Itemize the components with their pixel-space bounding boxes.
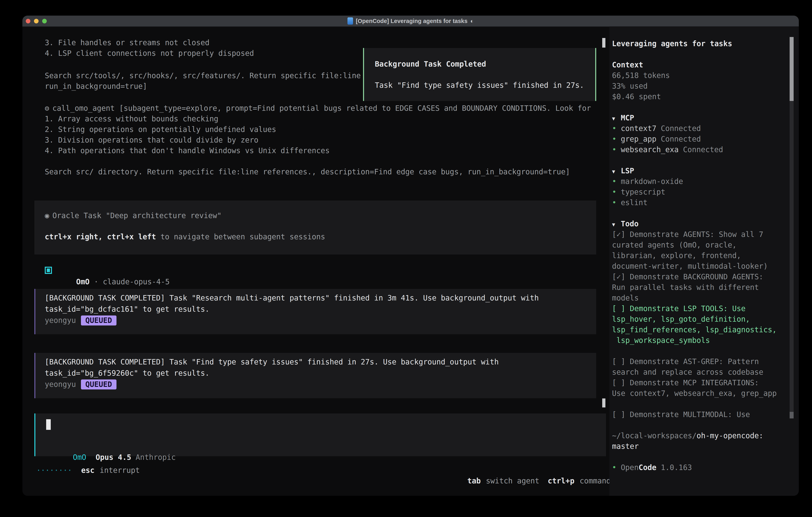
input-agent: OmO <box>73 453 86 462</box>
task-message-line: task_id="bg_dcfac161" to get results. <box>45 304 596 315</box>
chat-line: run_in_background=true] <box>45 81 361 91</box>
todo-line-active: lsp_hover, lsp_goto_definition, <box>612 314 792 324</box>
todo-line: search and replace across codebase <box>612 367 792 377</box>
minimize-button[interactable] <box>34 19 38 23</box>
workspace-path: ~/local-workspaces/oh-my-opencode: <box>612 430 792 441</box>
window-titlebar: [OpenCode] Leveraging agents for tasks ◐ <box>22 16 799 27</box>
agent-separator: · <box>89 277 103 286</box>
task-message-meta: yeongyuQUEUED <box>45 379 596 390</box>
tool-call-footer: Search src/ directory. Return specific f… <box>45 166 570 177</box>
bullet-icon: • <box>612 176 621 187</box>
oracle-task-hint: ctrl+x right, ctrl+x left to navigate be… <box>45 232 596 242</box>
context-spent: $0.46 spent <box>612 91 792 102</box>
todo-line: librarian, explore, frontend, <box>612 250 792 261</box>
tool-call-block: ⚙call_omo_agent [subagent_type=explore, … <box>45 103 591 156</box>
sidebar-section-lsp[interactable]: ▼LSP <box>612 166 792 176</box>
task-message-meta: yeongyuQUEUED <box>45 315 596 326</box>
background-task-notification: Background Task Completed Task "Find typ… <box>363 48 596 101</box>
terminal-window: [OpenCode] Leveraging agents for tasks ◐… <box>22 16 799 496</box>
bullet-icon: • <box>612 144 621 155</box>
sidebar-section-todo[interactable]: ▼Todo <box>612 219 792 229</box>
sidebar-section-mcp[interactable]: ▼MCP <box>612 113 792 123</box>
agent-model: claude-opus-4-5 <box>103 277 170 286</box>
context-tokens: 66,518 tokens <box>612 70 792 81</box>
input-provider: Anthropic <box>136 453 176 462</box>
statusbar-right: tabswitch agentctrl+pcommands <box>450 465 615 475</box>
chat-scrollbar-thumb[interactable] <box>602 399 605 407</box>
session-title: Leveraging agents for tasks <box>612 38 792 49</box>
statusbar-left: ········ esc interrupt <box>36 465 140 475</box>
todo-line: [ ] Demonstrate MCP INTEGRATIONS: <box>612 377 792 388</box>
status-badge: QUEUED <box>81 316 116 325</box>
todo-line-active: lsp_find_references, lsp_diagnostics, <box>612 324 792 335</box>
todo-line: Run parallel tasks with different <box>612 282 792 293</box>
task-message-line: task_id="bg_6f59260c" to get results. <box>45 368 596 379</box>
chat-line: 4. LSP client connections not properly d… <box>45 48 254 59</box>
tool-call-item: 1. Array access without bounds checking <box>45 113 591 124</box>
oracle-task-title: ◉Oracle Task "Deep architecture review" <box>45 210 596 221</box>
window-title-group: [OpenCode] Leveraging agents for tasks ◐ <box>347 18 474 25</box>
chat-scrollback-block-1: 3. File handles or streams not closed 4.… <box>45 37 254 59</box>
tool-call-item: 4. Path operations that don't handle Win… <box>45 145 591 156</box>
chevron-down-icon: ▼ <box>612 113 621 124</box>
fullscreen-button[interactable] <box>42 19 47 23</box>
notification-title: Background Task Completed <box>375 59 595 70</box>
proxy-icon: ◐ <box>470 18 474 24</box>
lsp-item: •eslint <box>612 197 792 208</box>
todo-line: [ ] Demonstrate AST-GREP: Pattern <box>612 356 792 367</box>
sidebar-scrollbar[interactable] <box>790 37 793 418</box>
agent-header: OmO · claude-opus-4-5 <box>58 266 170 276</box>
oracle-icon: ◉ <box>45 211 49 220</box>
task-message-line: [BACKGROUND TASK COMPLETED] Task "Resear… <box>45 293 596 304</box>
agent-name: OmO <box>76 277 89 286</box>
bullet-icon: • <box>612 462 621 473</box>
prompt-input[interactable]: OmOOpus 4.5Anthropic <box>34 413 606 456</box>
todo-line-active: [ ] Demonstrate LSP TOOLS: Use <box>612 303 792 314</box>
bullet-icon: • <box>612 134 621 144</box>
context-used: 33% used <box>612 81 792 91</box>
traffic-lights <box>26 16 47 26</box>
lsp-item: •markdown-oxide <box>612 176 792 187</box>
tool-call-item: 2. String operations on potentially unde… <box>45 124 591 135</box>
sidebar-scrollbar-thumb[interactable] <box>790 37 793 101</box>
mcp-item: •context7Connected <box>612 123 792 134</box>
lsp-item: •typescript <box>612 187 792 197</box>
tool-call-footer-block: Search src/ directory. Return specific f… <box>45 166 570 177</box>
status-badge: QUEUED <box>81 379 116 389</box>
tab-key-hint: tab <box>467 477 481 485</box>
bullet-icon: • <box>612 123 621 134</box>
oracle-task-box: ◉Oracle Task "Deep architecture review" … <box>34 200 596 254</box>
input-meta: OmOOpus 4.5Anthropic <box>46 441 176 452</box>
agent-checkbox-icon <box>45 267 52 274</box>
window-title: [OpenCode] Leveraging agents for tasks <box>356 18 467 24</box>
bullet-icon: • <box>612 197 621 208</box>
chat-scrollbar-thumb[interactable] <box>602 38 605 48</box>
close-button[interactable] <box>26 19 30 23</box>
task-user: yeongyu <box>45 380 76 389</box>
background-task-message: [BACKGROUND TASK COMPLETED] Task "Find t… <box>34 353 596 398</box>
task-message-line: [BACKGROUND TASK COMPLETED] Task "Find t… <box>45 356 596 368</box>
todo-line-active: lsp_workspace_symbols <box>612 335 792 346</box>
todo-line: document-writer, multimodal-looker) <box>612 261 792 272</box>
version-line: •OpenCode1.0.163 <box>612 462 792 473</box>
gear-icon: ⚙ <box>45 104 49 113</box>
todo-line: [ ] Demonstrate MULTIMODAL: Use <box>612 409 792 420</box>
chevron-down-icon: ▼ <box>612 166 621 177</box>
chat-line: Search src/tools/, src/hooks/, src/featu… <box>45 71 361 81</box>
workspace-branch: master <box>612 441 792 452</box>
mcp-item: •grep_appConnected <box>612 134 792 144</box>
esc-key-label: interrupt <box>100 465 140 475</box>
todo-line: models <box>612 293 792 303</box>
todo-line: [✓] Demonstrate BACKGROUND AGENTS: <box>612 272 792 282</box>
tool-call-header: ⚙call_omo_agent [subagent_type=explore, … <box>45 103 591 113</box>
text-cursor <box>46 419 51 430</box>
chat-line: 3. File handles or streams not closed <box>45 37 254 48</box>
todo-line: curated agents (OmO, oracle, <box>612 240 792 250</box>
spinner-dots: ········ <box>36 465 72 475</box>
ctrlp-key-hint: ctrl+p <box>548 477 574 485</box>
tool-call-item: 3. Division operations that could divide… <box>45 135 591 145</box>
chevron-down-icon: ▼ <box>612 219 621 230</box>
bullet-icon: • <box>612 187 621 197</box>
sidebar-scrollbar-end <box>790 412 793 418</box>
notification-body: Task "Find type safety issues" finished … <box>375 80 595 90</box>
